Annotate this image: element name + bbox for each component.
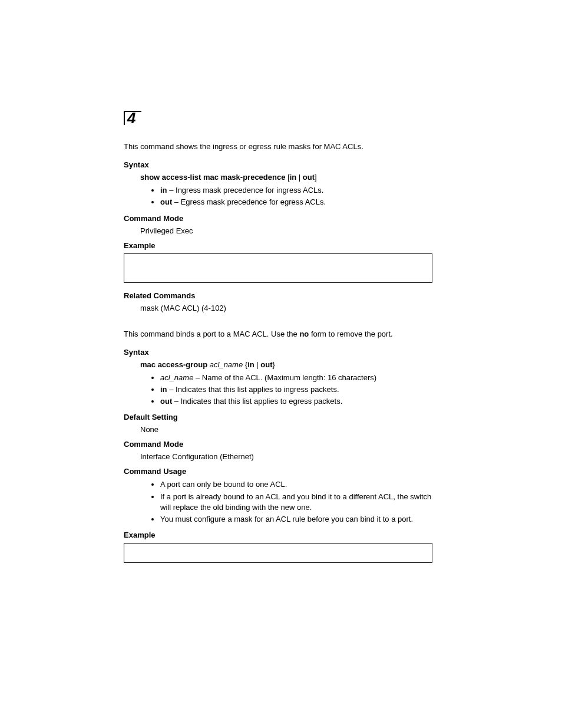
related-commands-heading: Related Commands xyxy=(124,291,432,300)
example-box xyxy=(124,253,432,283)
syntax-heading: Syntax xyxy=(124,348,432,357)
syntax-bullets: in – Ingress mask precedence for ingress… xyxy=(124,185,432,207)
syntax-line: show access-list mac mask-precedence [in… xyxy=(140,173,432,182)
command-mode-heading: Command Mode xyxy=(124,214,432,223)
command-mode-value: Interface Configuration (Ethernet) xyxy=(140,452,432,461)
list-item: in – Ingress mask precedence for ingress… xyxy=(160,185,432,196)
list-item: If a port is already bound to an ACL and… xyxy=(160,492,432,513)
usage-bullets: A port can only be bound to one ACL. If … xyxy=(124,479,432,525)
list-item: out – Indicates that this list applies t… xyxy=(160,396,432,407)
command2-description: This command binds a port to a MAC ACL. … xyxy=(124,329,432,340)
list-item: You must configure a mask for an ACL rul… xyxy=(160,514,432,525)
command-mode-heading: Command Mode xyxy=(124,440,432,449)
example-heading: Example xyxy=(124,531,432,539)
command-usage-heading: Command Usage xyxy=(124,467,432,476)
example-box xyxy=(124,543,432,563)
syntax-bullets: acl_name – Name of the ACL. (Maximum len… xyxy=(124,373,432,407)
syntax-line: mac access-group acl_name {in | out} xyxy=(140,360,432,369)
default-setting-heading: Default Setting xyxy=(124,413,432,421)
list-item: A port can only be bound to one ACL. xyxy=(160,479,432,490)
example-heading: Example xyxy=(124,241,432,250)
list-item: out – Egress mask precedence for egress … xyxy=(160,197,432,207)
syntax-heading: Syntax xyxy=(124,160,432,169)
related-commands-value: mask (MAC ACL) (4-102) xyxy=(140,304,432,312)
default-setting-value: None xyxy=(140,425,432,434)
list-item: in – Indicates that this list applies to… xyxy=(160,384,432,395)
command1-description: This command shows the ingress or egress… xyxy=(124,141,432,152)
list-item: acl_name – Name of the ACL. (Maximum len… xyxy=(160,373,432,383)
command-mode-value: Privileged Exec xyxy=(140,226,432,235)
